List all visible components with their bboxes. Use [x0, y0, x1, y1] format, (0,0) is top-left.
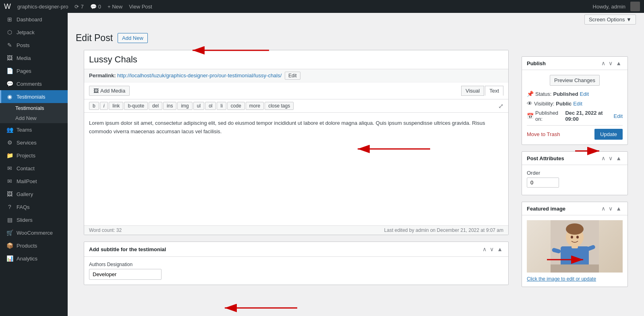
order-input[interactable]: [527, 178, 559, 188]
updates-count[interactable]: ⟳ 7: [75, 4, 83, 10]
meta-box-toggle[interactable]: ▲: [496, 246, 503, 252]
visual-tab[interactable]: Visual: [461, 86, 484, 96]
fullscreen-icon[interactable]: ⤢: [498, 102, 503, 110]
publish-box-controls: ∧ ∨ ▲: [600, 60, 623, 66]
sidebar-item-sliders[interactable]: ▤ Sliders: [0, 213, 68, 226]
visibility-value: Public: [556, 101, 572, 107]
editor-body[interactable]: Lorem ipsum dolor sit amet, consectetur …: [84, 113, 508, 225]
publish-date-row: 📅 Published on: Dec 21, 2022 at 09:00 Ed…: [527, 110, 623, 122]
status-edit-link[interactable]: Edit: [580, 91, 589, 97]
sidebar-item-posts[interactable]: ✎ Posts: [0, 39, 68, 52]
publish-box-title: Publish: [527, 60, 546, 66]
page-title: Edit Post: [76, 33, 113, 43]
preview-changes-button[interactable]: Preview Changes: [550, 75, 600, 86]
publish-collapse-up[interactable]: ∧: [600, 60, 607, 66]
fmt-del[interactable]: del: [149, 102, 162, 110]
featured-image-box: Featured image ∧ ∨ ▲: [522, 202, 628, 287]
site-name[interactable]: graphics-designer-pro: [17, 4, 68, 10]
sidebar-item-label: Sliders: [17, 217, 33, 223]
sidebar-item-faqs[interactable]: ? FAQs: [0, 200, 68, 213]
posts-icon: ✎: [6, 42, 13, 48]
fmt-more[interactable]: more: [246, 102, 264, 110]
featured-image-thumbnail[interactable]: [527, 220, 623, 273]
sidebar-item-contact[interactable]: ✉ Contact: [0, 162, 68, 175]
text-tab[interactable]: Text: [485, 86, 503, 96]
sidebar-item-label: Dashboard: [17, 17, 42, 23]
projects-icon: 📁: [6, 152, 13, 159]
published-on-edit-link[interactable]: Edit: [614, 113, 623, 119]
sidebar-item-testimonials[interactable]: ◉ Testimonials: [0, 90, 68, 103]
subtitle-meta-box-header[interactable]: Add subtitle for the testimonial ∧ ∨ ▲: [84, 242, 508, 257]
featured-img-collapse-up[interactable]: ∧: [600, 205, 607, 212]
sliders-icon: ▤: [6, 217, 13, 223]
fmt-code[interactable]: code: [227, 102, 245, 110]
publish-toggle[interactable]: ▲: [615, 60, 623, 66]
featured-img-collapse-down[interactable]: ∨: [607, 205, 614, 212]
update-button[interactable]: Update: [594, 129, 623, 140]
main-editor-column: Permalink: http://localhost/luzuk/graphi…: [84, 50, 515, 300]
sidebar-item-jetpack[interactable]: ⬡ Jetpack: [0, 26, 68, 39]
wp-logo[interactable]: W: [4, 2, 11, 11]
fmt-li[interactable]: li: [217, 102, 226, 110]
publish-visibility-row: 👁 Visibility: Public Edit: [527, 100, 623, 107]
jetpack-icon: ⬡: [6, 29, 13, 35]
visibility-edit-link[interactable]: Edit: [573, 101, 582, 107]
screen-options-button[interactable]: Screen Options ▼: [584, 14, 636, 25]
sidebar-item-pages[interactable]: 📄 Pages: [0, 64, 68, 77]
fmt-close-tags[interactable]: close tags: [265, 102, 294, 110]
post-attr-collapse-down[interactable]: ∨: [607, 155, 614, 161]
svg-rect-9: [551, 264, 599, 273]
fmt-ol[interactable]: ol: [205, 102, 216, 110]
post-attr-toggle[interactable]: ▲: [615, 155, 623, 161]
sidebar-item-products[interactable]: 📦 Products: [0, 239, 68, 252]
sidebar-item-teams[interactable]: 👥 Teams: [0, 123, 68, 136]
featured-image-header: Featured image ∧ ∨ ▲: [522, 202, 627, 215]
svg-point-5: [571, 236, 573, 239]
publish-collapse-down[interactable]: ∨: [607, 60, 614, 66]
order-label: Order: [527, 170, 623, 176]
click-to-edit-link[interactable]: Click the image to edit or update: [527, 276, 596, 282]
content-area: Permalink: http://localhost/luzuk/graphi…: [76, 50, 636, 300]
fmt-link[interactable]: link: [109, 102, 123, 110]
add-media-button[interactable]: 🖼 Add Media: [89, 86, 130, 96]
visual-text-tabs: Visual Text: [461, 86, 503, 96]
person-svg: [551, 220, 599, 273]
meta-box-collapse-up[interactable]: ∧: [482, 246, 487, 252]
comments-count[interactable]: 💬 0: [90, 4, 101, 10]
sidebar-item-label: WooCommerce: [17, 230, 53, 236]
move-to-trash-link[interactable]: Move to Trash: [527, 131, 560, 137]
new-button[interactable]: + New: [108, 4, 122, 10]
sidebar-item-comments[interactable]: 💬 Comments: [0, 77, 68, 90]
authors-designation-input[interactable]: [89, 269, 162, 280]
meta-box-controls: ∧ ∨ ▲: [482, 246, 503, 252]
sidebar-item-analytics[interactable]: 📊 Analytics: [0, 252, 68, 265]
sidebar-item-mailpoet[interactable]: ✉ MailPoet: [0, 175, 68, 188]
mailpoet-icon: ✉: [6, 178, 13, 184]
sidebar-item-projects[interactable]: 📁 Projects: [0, 149, 68, 162]
fmt-img[interactable]: img: [177, 102, 192, 110]
post-attr-collapse-up[interactable]: ∧: [600, 155, 607, 161]
featured-img-toggle[interactable]: ▲: [615, 205, 623, 212]
sidebar-item-media[interactable]: 🖼 Media: [0, 52, 68, 64]
post-content: Lorem ipsum dolor sit amet, consectetur …: [89, 119, 503, 136]
add-new-button[interactable]: Add New: [118, 33, 148, 43]
editor-footer: Word count: 32 Last edited by admin on D…: [84, 225, 508, 235]
permalink-url[interactable]: http://localhost/luzuk/graphics-designer…: [117, 72, 282, 78]
editor-container: Permalink: http://localhost/luzuk/graphi…: [84, 50, 509, 235]
submenu-add-new[interactable]: Add New: [0, 113, 68, 123]
sidebar-item-dashboard[interactable]: ⊞ Dashboard: [0, 13, 68, 26]
fmt-ul[interactable]: ul: [193, 102, 204, 110]
fmt-ins[interactable]: ins: [163, 102, 176, 110]
view-post-link[interactable]: View Post: [129, 4, 152, 10]
sidebar-item-woocommerce[interactable]: 🛒 WooCommerce: [0, 226, 68, 239]
sidebar-item-gallery[interactable]: 🖼 Gallery: [0, 188, 68, 200]
sidebar-item-services[interactable]: ⚙ Services: [0, 136, 68, 149]
meta-box-collapse-down[interactable]: ∨: [489, 246, 495, 252]
submenu-testimonials[interactable]: Testimonials: [0, 103, 68, 113]
fmt-bquote[interactable]: b-quote: [124, 102, 148, 110]
permalink-edit-button[interactable]: Edit: [285, 72, 300, 80]
fmt-italic[interactable]: i: [100, 102, 108, 110]
sidebar-item-label: Comments: [17, 81, 42, 87]
fmt-bold[interactable]: b: [89, 102, 99, 110]
post-title-input[interactable]: [84, 50, 508, 69]
